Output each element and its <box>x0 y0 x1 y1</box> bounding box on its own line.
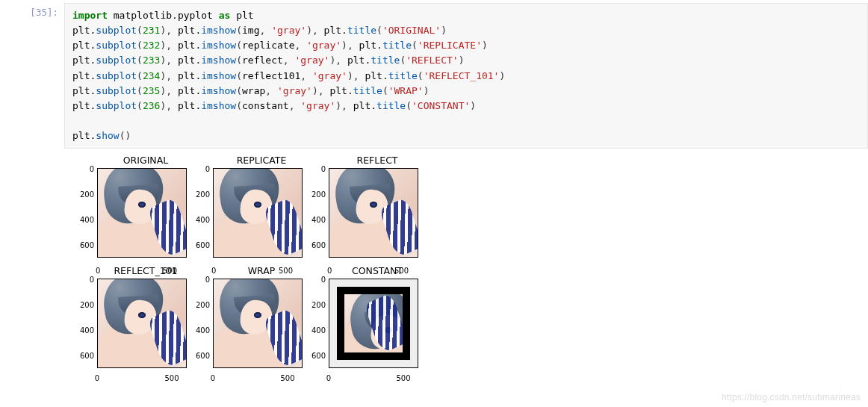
ytick: 0 <box>67 276 94 284</box>
code-cell: [35]: import matplotlib.pyplot as plt pl… <box>0 0 868 149</box>
xtick: 500 <box>280 375 294 382</box>
keyword-import: import <box>72 10 108 21</box>
image-content <box>329 169 418 257</box>
output-area: ORIGINAL 0 200 400 600 REPLICATE 0 200 4… <box>0 149 868 394</box>
ytick: 600 <box>183 352 210 360</box>
image-content <box>98 279 186 367</box>
subplot-title: CONSTANT <box>329 265 426 276</box>
subplot-replicate: REPLICATE 0 200 400 600 <box>183 155 310 270</box>
ytick: 0 <box>299 276 326 284</box>
axes <box>97 168 187 258</box>
image-content <box>214 169 302 257</box>
module-name: matplotlib.pyplot <box>114 10 213 21</box>
image-content <box>98 169 186 257</box>
subplot-constant: 0 CONSTANT 500 0 200 400 600 0 500 <box>299 265 426 381</box>
keyword-as: as <box>219 10 231 21</box>
ytick: 600 <box>67 352 94 360</box>
ytick: 400 <box>67 217 94 224</box>
ytick: 200 <box>183 302 210 309</box>
ytick: 0 <box>183 276 210 284</box>
ytick: 400 <box>67 327 94 335</box>
ytick: 0 <box>183 166 210 173</box>
xtick: 0 <box>211 375 215 382</box>
ytick: 200 <box>299 302 326 309</box>
subplot-title: ORIGINAL <box>97 155 194 166</box>
xtick-overlay: 500 <box>394 267 409 275</box>
subplot-reflect101: 0 REFLECT_101 500 0 200 400 600 0 500 <box>67 265 194 381</box>
xtick-overlay: 500 <box>163 267 177 275</box>
ytick: 200 <box>299 191 326 199</box>
ytick: 400 <box>183 327 210 335</box>
alias: plt <box>236 10 253 21</box>
axes <box>329 279 418 368</box>
axes <box>213 279 303 368</box>
subplot-title: WRAP <box>213 265 310 276</box>
watermark: https://blog.csdn.net/submarineas <box>722 392 861 394</box>
subplot-reflect: REFLECT 0 200 400 600 <box>299 155 426 270</box>
subplot-title: REFLECT <box>329 155 426 166</box>
ytick: 0 <box>299 166 326 173</box>
ytick: 600 <box>183 242 210 249</box>
xtick-overlay: 500 <box>279 267 293 275</box>
axes <box>329 168 418 258</box>
ytick: 200 <box>183 191 210 199</box>
ytick: 600 <box>299 242 326 249</box>
xtick: 500 <box>396 375 410 382</box>
xtick: 0 <box>326 375 331 382</box>
input-prompt: [35]: <box>0 3 64 18</box>
ytick: 400 <box>183 217 210 224</box>
subplot-original: ORIGINAL 0 200 400 600 <box>67 155 194 270</box>
xtick: 500 <box>164 375 179 382</box>
matplotlib-figure: ORIGINAL 0 200 400 600 REPLICATE 0 200 4… <box>67 155 478 394</box>
ytick: 200 <box>67 191 94 199</box>
ytick: 200 <box>67 302 94 309</box>
image-content <box>214 279 302 367</box>
ytick: 400 <box>299 327 326 335</box>
subplot-title: REPLICATE <box>213 155 310 166</box>
subplot-wrap: 0 WRAP 500 0 200 400 600 0 500 <box>183 265 310 381</box>
ytick: 0 <box>67 166 94 173</box>
axes <box>213 168 303 258</box>
ytick: 600 <box>299 352 326 360</box>
subplot-title: REFLECT_101 <box>97 265 194 276</box>
image-content <box>337 287 410 360</box>
ytick: 600 <box>67 242 94 249</box>
ytick: 400 <box>299 217 326 224</box>
axes <box>97 279 187 368</box>
xtick: 0 <box>95 375 99 382</box>
code-input[interactable]: import matplotlib.pyplot as plt plt.subp… <box>64 3 868 149</box>
